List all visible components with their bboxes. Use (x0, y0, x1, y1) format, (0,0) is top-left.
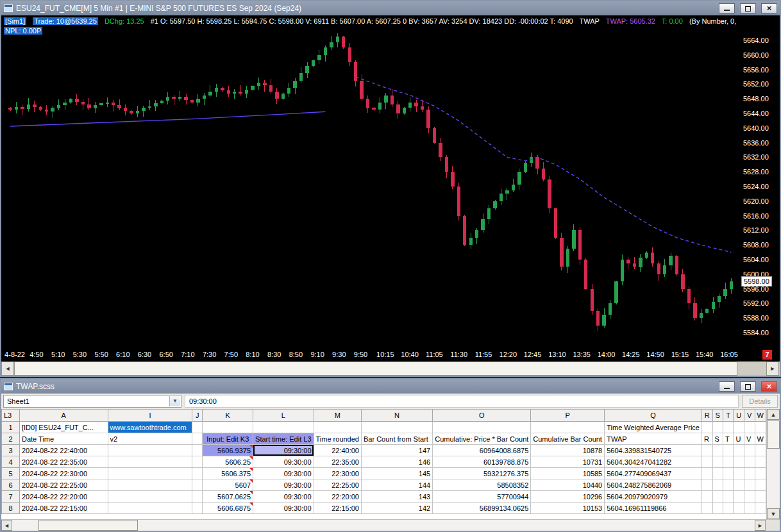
cell-U1[interactable] (734, 422, 744, 433)
cell-K7[interactable]: 5607.0625 (203, 491, 253, 503)
cell-R1[interactable] (701, 422, 712, 433)
sheet-restore-button[interactable] (740, 381, 756, 392)
cell-N8[interactable]: 142 (361, 503, 432, 514)
cell-O7[interactable]: 57700944 (433, 491, 531, 503)
chart-restore-button[interactable] (740, 3, 756, 13)
cell-W5[interactable] (755, 468, 766, 479)
cell-W1[interactable] (755, 422, 766, 433)
cell-I1[interactable]: www.sawtoothtrade.com (108, 422, 192, 433)
chart-plot-area[interactable]: [Sim1] Trade: 10@5639.25 DChg: 13.25 #1 … (1, 15, 780, 362)
cell-R7[interactable] (701, 491, 712, 503)
cell-M1[interactable] (314, 422, 361, 433)
cell-P7[interactable]: 10296 (531, 491, 605, 503)
cell-M6[interactable]: 22:25:00 (314, 479, 361, 491)
cell-L5[interactable]: 09:30:00 (253, 468, 314, 479)
col-header-M[interactable]: M (314, 410, 361, 422)
sheet-vertical-scrollbar[interactable]: ▲ ▼ (766, 409, 780, 519)
cell-V7[interactable] (744, 491, 755, 503)
cell-P1[interactable] (531, 422, 605, 433)
sheet-close-button[interactable]: × (761, 381, 777, 392)
cell-P4[interactable]: 10731 (531, 456, 605, 468)
cell-U3[interactable] (734, 445, 744, 456)
cell-V6[interactable] (744, 479, 755, 491)
cell-V4[interactable] (744, 456, 755, 468)
cell-W7[interactable] (755, 491, 766, 503)
col-header-O[interactable]: O (433, 410, 531, 422)
cell-O6[interactable]: 58508352 (433, 479, 531, 491)
cell-O5[interactable]: 59321276.375 (433, 468, 531, 479)
cell-L1[interactable] (253, 422, 314, 433)
candlestick-chart[interactable] (1, 15, 740, 349)
cell-V3[interactable] (744, 445, 755, 456)
row-header-1[interactable]: 1 (2, 422, 20, 433)
cell-A3[interactable]: 2024-08-22 22:40:00 (19, 445, 108, 456)
cell-L3[interactable]: 09:30:00 (253, 445, 314, 456)
chart-minimize-button[interactable] (719, 3, 735, 13)
cell-N7[interactable]: 143 (361, 491, 432, 503)
chart-scrollbar-thumb[interactable] (14, 362, 737, 376)
col-header-U[interactable]: U (734, 410, 744, 422)
cell-W2[interactable]: W (755, 433, 766, 445)
row-header-3[interactable]: 3 (2, 445, 20, 456)
cell-Q5[interactable]: 5604.277409069437 (605, 468, 702, 479)
cell-S8[interactable] (712, 503, 723, 514)
cell-W4[interactable] (755, 456, 766, 468)
col-header-P[interactable]: P (531, 410, 605, 422)
chart-horizontal-scrollbar[interactable]: ◄ ► (1, 362, 780, 376)
chevron-down-icon[interactable]: ▼ (169, 396, 180, 406)
cell-U7[interactable] (734, 491, 744, 503)
cell-I7[interactable] (108, 491, 192, 503)
cell-T7[interactable] (723, 491, 734, 503)
cell-P3[interactable]: 10878 (531, 445, 605, 456)
cell-L2[interactable]: Start time: Edit L3 (253, 433, 314, 445)
cell-Q6[interactable]: 5604.248275862069 (605, 479, 702, 491)
col-header-Q[interactable]: Q (605, 410, 702, 422)
row-header-6[interactable]: 6 (2, 479, 20, 491)
col-header-R[interactable]: R (701, 410, 712, 422)
cell-Q4[interactable]: 5604.304247041282 (605, 456, 702, 468)
cell-T6[interactable] (723, 479, 734, 491)
cell-R6[interactable] (701, 479, 712, 491)
cell-R3[interactable] (701, 445, 712, 456)
cell-T4[interactable] (723, 456, 734, 468)
col-header-A[interactable]: A (19, 410, 108, 422)
cell-I6[interactable] (108, 479, 192, 491)
cell-W3[interactable] (755, 445, 766, 456)
cell-J4[interactable] (192, 456, 203, 468)
cell-M2[interactable]: Time rounded (314, 433, 361, 445)
cell-L7[interactable]: 09:30:00 (253, 491, 314, 503)
cell-T2[interactable]: T (723, 433, 734, 445)
scroll-right-icon[interactable]: ► (766, 362, 779, 376)
cell-Q7[interactable]: 5604.20979020979 (605, 491, 702, 503)
cell-A5[interactable]: 2024-08-22 22:30:00 (19, 468, 108, 479)
cell-T5[interactable] (723, 468, 734, 479)
cell-V8[interactable] (744, 503, 755, 514)
cell-J6[interactable] (192, 479, 203, 491)
cell-A6[interactable]: 2024-08-22 22:25:00 (19, 479, 108, 491)
time-axis[interactable]: 4-8-224:505:105:305:506:106:306:507:107:… (1, 349, 740, 362)
cell-I2[interactable]: v2 (108, 433, 192, 445)
col-header-L[interactable]: L (253, 410, 314, 422)
chart-number-badge[interactable]: 7 (762, 350, 772, 360)
cell-V2[interactable]: V (744, 433, 755, 445)
scroll-right-icon[interactable]: ► (755, 520, 766, 531)
row-header-8[interactable]: 8 (2, 503, 20, 514)
cell-Q3[interactable]: 5604.339831540725 (605, 445, 702, 456)
cell-K3[interactable]: 5606.9375 (203, 445, 253, 456)
cell-P2[interactable]: Cumulative Bar Count (531, 433, 605, 445)
cell-P8[interactable]: 10153 (531, 503, 605, 514)
sheet-selector[interactable]: Sheet1 ▼ (3, 395, 181, 408)
cell-M3[interactable]: 22:40:00 (314, 445, 361, 456)
row-header-7[interactable]: 7 (2, 491, 20, 503)
cell-K8[interactable]: 5606.6875 (203, 503, 253, 514)
cell-P6[interactable]: 10440 (531, 479, 605, 491)
row-header-4[interactable]: 4 (2, 456, 20, 468)
cell-R5[interactable] (701, 468, 712, 479)
price-axis[interactable]: 5664.005660.005656.005652.005648.005644.… (740, 15, 780, 362)
cell-S2[interactable]: S (712, 433, 723, 445)
scroll-up-icon[interactable]: ▲ (767, 409, 780, 420)
cell-S3[interactable] (712, 445, 723, 456)
cell-T1[interactable] (723, 422, 734, 433)
cell-J3[interactable] (192, 445, 203, 456)
cell-L6[interactable]: 09:30:00 (253, 479, 314, 491)
